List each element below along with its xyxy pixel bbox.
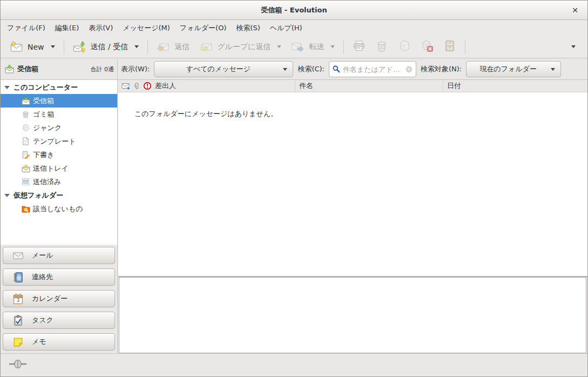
current-folder-name: 受信箱: [17, 64, 38, 74]
chevron-down-icon: [283, 68, 287, 71]
forward-dropdown-icon[interactable]: [330, 45, 335, 48]
toolbar-overflow-button[interactable]: [564, 38, 583, 56]
chevron-down-icon: [571, 45, 576, 48]
send-receive-icon: [73, 41, 86, 53]
column-subject[interactable]: 件名: [295, 80, 443, 92]
menu-help[interactable]: ヘルプ(H): [265, 21, 307, 36]
message-list-header: 差出人 件名 日付: [118, 80, 587, 92]
junk-icon: [398, 39, 411, 55]
search-input[interactable]: [343, 65, 403, 73]
menu-edit[interactable]: 編集(E): [50, 21, 84, 36]
search-entry: [329, 61, 416, 77]
search-scope-label: 検索対象(N):: [421, 64, 462, 74]
print-button[interactable]: [348, 38, 370, 56]
send-receive-label: 送信 / 受信: [91, 42, 129, 52]
folder-label: ジャンク: [33, 123, 62, 133]
column-date-label: 日付: [447, 81, 461, 91]
switcher-label: 連絡先: [32, 272, 53, 282]
reply-group-dropdown-icon[interactable]: [277, 45, 281, 48]
not-junk-button[interactable]: [416, 38, 438, 56]
view-filter-dropdown[interactable]: すべてのメッセージ: [154, 61, 293, 77]
archive-button[interactable]: [438, 38, 461, 56]
folder-drafts[interactable]: 下書き: [1, 148, 117, 161]
search-label: 検索(C):: [298, 64, 325, 74]
switcher-memos-button[interactable]: メモ: [3, 333, 115, 351]
folder-label: ゴミ箱: [33, 110, 55, 119]
folder-unmatched[interactable]: 該当しないもの: [1, 202, 117, 216]
folder-templates[interactable]: テンプレート: [1, 134, 117, 148]
evolution-window: 受信箱 - Evolution ✕ ファイル(F) 編集(E) 表示(V) メッ…: [0, 0, 588, 377]
toolbar-separator: [343, 40, 344, 54]
reply-icon: [157, 41, 170, 53]
menu-message[interactable]: メッセージ(M): [118, 21, 175, 36]
new-message-icon: [10, 41, 23, 53]
account-virtual-folders[interactable]: 仮想フォルダー: [1, 188, 117, 202]
switcher-mail-button[interactable]: メール: [3, 247, 115, 264]
attachment-icon: [132, 82, 141, 91]
reply-button[interactable]: 返信: [152, 38, 194, 56]
svg-text:3: 3: [16, 298, 19, 303]
clear-search-icon[interactable]: [405, 65, 413, 73]
column-from[interactable]: 差出人: [118, 80, 295, 92]
menu-view[interactable]: 表示(V): [84, 21, 118, 36]
reply-label: 返信: [174, 42, 190, 52]
folder-sent[interactable]: 送信済み: [1, 175, 117, 188]
status-bar: [1, 353, 587, 376]
preview-pane: [119, 277, 586, 353]
search-scope-value: 現在のフォルダー: [472, 64, 544, 74]
menu-folder[interactable]: フォルダー(O): [175, 21, 232, 36]
folder-total-count: 合計 0通: [91, 65, 114, 73]
inbox-icon: [21, 96, 30, 105]
print-icon: [353, 39, 366, 55]
new-dropdown-icon[interactable]: [51, 45, 55, 48]
switcher-label: メモ: [32, 337, 46, 347]
reply-group-button[interactable]: グループに返信: [194, 38, 286, 56]
account-label: このコンピューター: [13, 83, 78, 92]
switcher-contacts-button[interactable]: @ 連絡先: [3, 268, 115, 286]
titlebar: 受信箱 - Evolution ✕: [1, 1, 587, 20]
switcher-calendar-button[interactable]: 3 カレンダー: [3, 290, 115, 307]
forward-icon: [291, 41, 304, 53]
folder-label: 送信済み: [33, 177, 61, 187]
message-list: 差出人 件名 日付 このフォルダーにメッセージはありません。: [118, 80, 587, 276]
folder-tree: このコンピューター 受信箱 ゴミ箱 ジャンク: [1, 80, 117, 245]
search-scope-dropdown[interactable]: 現在のフォルダー: [466, 61, 561, 77]
column-date[interactable]: 日付: [443, 80, 587, 92]
junk-button[interactable]: [393, 38, 416, 56]
folder-inbox[interactable]: 受信箱: [1, 94, 117, 107]
close-icon[interactable]: ✕: [569, 4, 581, 16]
toolbar: New 送信 / 受信 返信 グループに返信: [1, 36, 587, 58]
switcher-tasks-button[interactable]: タスク: [3, 312, 115, 329]
delete-button[interactable]: [370, 38, 393, 56]
column-subject-label: 件名: [299, 81, 313, 91]
folder-bar: 受信箱 合計 0通 表示(W): すべてのメッセージ 検索(C): 検索対象(N…: [1, 59, 587, 80]
calendar-icon: 3: [12, 293, 24, 305]
folder-junk[interactable]: ジャンク: [1, 121, 117, 134]
menu-file[interactable]: ファイル(F): [2, 21, 50, 36]
sidebar: このコンピューター 受信箱 ゴミ箱 ジャンク: [1, 80, 118, 353]
account-this-computer[interactable]: このコンピューター: [1, 80, 117, 94]
switcher-label: カレンダー: [32, 294, 67, 304]
folder-trash[interactable]: ゴミ箱: [1, 107, 117, 121]
switcher-label: タスク: [32, 315, 53, 325]
sent-icon: [21, 177, 30, 186]
archive-icon: [443, 39, 456, 55]
new-button[interactable]: New: [5, 38, 60, 56]
column-from-label: 差出人: [155, 81, 176, 91]
forward-button[interactable]: 転送: [286, 38, 340, 56]
trash-icon: [21, 110, 30, 119]
pane-toggle-icon: [9, 359, 27, 369]
menu-search[interactable]: 検索(S): [231, 21, 265, 36]
inbox-icon: [5, 65, 14, 74]
folder-outbox[interactable]: 送信トレイ: [1, 161, 117, 175]
search-icon: [332, 65, 341, 73]
svg-text:@: @: [16, 274, 21, 280]
sidebar-toggle-button[interactable]: [8, 359, 28, 369]
expander-icon[interactable]: [4, 194, 10, 197]
expander-icon[interactable]: [4, 86, 10, 89]
send-receive-dropdown-icon[interactable]: [134, 45, 139, 48]
memos-icon: [12, 336, 24, 348]
send-receive-button[interactable]: 送信 / 受信: [68, 38, 144, 56]
document-icon: [21, 137, 30, 146]
folder-label: 送信トレイ: [33, 164, 69, 173]
